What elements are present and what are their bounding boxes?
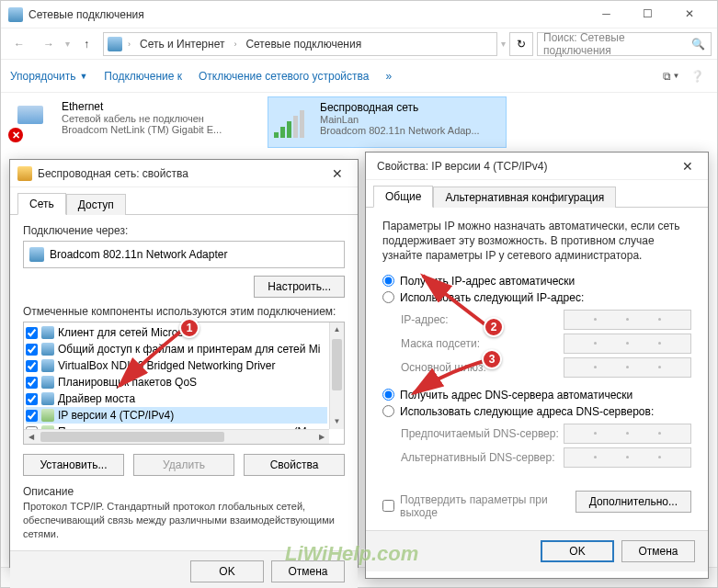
adapter-display: Broadcom 802.11n Network Adapter [23, 241, 345, 268]
scroll-left-icon[interactable]: ◀ [24, 430, 39, 444]
cancel-button[interactable]: Отмена [621, 540, 695, 562]
confirm-on-exit-checkbox[interactable]: Подтвердить параметры при выходе [382, 493, 576, 519]
history-dropdown-icon[interactable]: ▾ [65, 39, 70, 49]
search-input[interactable]: Поиск: Сетевые подключения 🔍 [537, 32, 712, 56]
description-text: Протокол TCP/IP. Стандартный протокол гл… [23, 500, 345, 541]
component-label: Клиент для сетей Microsoft [58, 326, 196, 339]
radio-ip-auto[interactable]: Получить IP-адрес автоматически [382, 275, 691, 288]
address-bar[interactable]: › Сеть и Интернет › Сетевые подключения [103, 32, 497, 56]
radio-dns-auto-input[interactable] [382, 389, 394, 401]
ip-address-label: IP-адрес: [401, 313, 564, 326]
ip-manual-group: IP-адрес: Маска подсети: Основной шлюз: [401, 308, 691, 379]
client-icon [41, 392, 54, 405]
connection-name: Ethernet [62, 100, 222, 113]
help-button[interactable]: ❔ [686, 65, 708, 87]
properties-button[interactable]: Свойства [244, 454, 345, 476]
component-checkbox[interactable] [26, 393, 38, 405]
organize-menu[interactable]: Упорядочить▼ [10, 70, 87, 83]
connection-wifi[interactable]: Беспроводная сеть MainLan Broadcom 802.1… [268, 96, 507, 148]
search-placeholder: Поиск: Сетевые подключения [543, 31, 686, 57]
tab-alt-config[interactable]: Альтернативная конфигурация [433, 187, 616, 208]
dialog-titlebar: Свойства: IP версии 4 (TCP/IPv4) ✕ [366, 153, 708, 180]
annotation-badge-3: 3 [482, 349, 502, 369]
list-item[interactable]: VirtualBox NDIS6 Bridged Networking Driv… [26, 357, 327, 374]
scroll-down-icon[interactable]: ▼ [330, 414, 344, 429]
scroll-thumb[interactable] [332, 339, 342, 390]
list-item[interactable]: Клиент для сетей Microsoft [26, 324, 327, 341]
scroll-right-icon[interactable]: ▶ [314, 430, 329, 444]
radio-dns-manual-input[interactable] [382, 405, 394, 417]
component-checkbox[interactable] [26, 377, 38, 389]
adapter-properties-dialog: Беспроводная сеть: свойства ✕ Сеть Досту… [9, 159, 359, 568]
list-item[interactable]: Драйвер моста [26, 390, 327, 407]
command-bar: Упорядочить▼ Подключение к Отключение се… [1, 60, 717, 93]
tab-access[interactable]: Доступ [66, 194, 126, 215]
install-button[interactable]: Установить... [23, 454, 124, 476]
back-button[interactable]: ← [6, 31, 32, 57]
address-dropdown-icon[interactable]: ▾ [501, 39, 506, 49]
view-options-button[interactable]: ⧉▼ [660, 65, 682, 87]
description-group: Описание Протокол TCP/IP. Стандартный пр… [23, 485, 345, 541]
close-button[interactable]: ✕ [675, 159, 701, 174]
breadcrumb-current[interactable]: Сетевые подключения [242, 36, 365, 52]
close-button[interactable]: ✕ [668, 1, 710, 28]
window-title: Сетевые подключения [28, 8, 586, 21]
tab-network[interactable]: Сеть [17, 193, 66, 215]
components-listbox[interactable]: Клиент для сетей MicrosoftОбщий доступ к… [23, 322, 345, 445]
scroll-thumb[interactable] [40, 432, 224, 442]
dns-manual-group: Предпочитаемый DNS-сервер: Альтернативны… [401, 422, 691, 469]
minimize-button[interactable]: ─ [586, 1, 627, 28]
radio-dns-auto[interactable]: Получить адрес DNS-сервера автоматически [382, 389, 691, 401]
component-checkbox[interactable] [26, 344, 38, 356]
radio-dns-manual[interactable]: Использовать следующие адреса DNS-сервер… [382, 405, 691, 418]
dialog-title: Свойства: IP версии 4 (TCP/IPv4) [373, 160, 675, 173]
component-label: Драйвер моста [58, 392, 135, 405]
connection-adapter: Broadcom NetLink (TM) Gigabit E... [62, 124, 222, 135]
radio-ip-auto-input[interactable] [382, 275, 394, 287]
advanced-button[interactable]: Дополнительно... [576, 491, 691, 513]
ok-button[interactable]: OK [541, 540, 614, 562]
tab-general[interactable]: Общие [373, 186, 433, 208]
component-label: VirtualBox NDIS6 Bridged Networking Driv… [58, 359, 276, 372]
list-item[interactable]: Общий доступ к файлам и принтерам для се… [26, 341, 327, 357]
component-label: Планировщик пакетов QoS [58, 376, 197, 389]
component-checkbox[interactable] [26, 360, 38, 372]
scroll-up-icon[interactable]: ▲ [330, 322, 344, 337]
connect-to-button[interactable]: Подключение к [104, 70, 182, 83]
component-checkbox[interactable] [26, 410, 38, 422]
configure-button[interactable]: Настроить... [254, 276, 345, 298]
watermark: LiWiHelp.com [285, 542, 418, 566]
component-checkbox[interactable] [26, 327, 38, 339]
close-button[interactable]: ✕ [325, 166, 350, 181]
breadcrumb-parent[interactable]: Сеть и Интернет [136, 36, 228, 52]
connect-via-label: Подключение через: [23, 224, 345, 237]
dns-pref-label: Предпочитаемый DNS-сервер: [401, 427, 564, 440]
chevron-down-icon: ▼ [79, 72, 87, 81]
connection-status: MainLan [320, 114, 480, 125]
radio-ip-manual[interactable]: Использовать следующий IP-адрес: [382, 291, 691, 304]
list-item[interactable]: Планировщик пакетов QoS [26, 374, 327, 390]
connection-ethernet[interactable]: ✕ Ethernet Сетевой кабель не подключен B… [10, 96, 249, 148]
list-item[interactable]: IP версии 4 (TCP/IPv4) [26, 407, 327, 424]
vertical-scrollbar[interactable]: ▲ ▼ [329, 322, 344, 429]
client-icon [41, 359, 54, 372]
up-button[interactable]: ↑ [74, 31, 99, 57]
dialog-tabs: Сеть Доступ [10, 187, 358, 215]
forward-button[interactable]: → [36, 31, 62, 57]
protocol-icon [41, 409, 54, 422]
adapter-name: Broadcom 802.11n Network Adapter [50, 248, 227, 261]
ok-button[interactable]: OK [190, 560, 264, 582]
dialog-title: Беспроводная сеть: свойства [38, 167, 325, 180]
refresh-button[interactable]: ↻ [509, 32, 533, 56]
dns-pref-field [564, 424, 691, 444]
radio-ip-manual-input[interactable] [382, 291, 394, 303]
connection-adapter: Broadcom 802.11n Network Adap... [320, 125, 480, 136]
chevron-right-icon: › [234, 40, 236, 49]
horizontal-scrollbar[interactable]: ◀ ▶ [24, 429, 329, 444]
titlebar: Сетевые подключения ─ ☐ ✕ [1, 1, 717, 28]
dialog-body: Параметры IP можно назначать автоматичес… [366, 208, 708, 530]
maximize-button[interactable]: ☐ [627, 1, 668, 28]
overflow-button[interactable]: » [385, 70, 392, 83]
disable-device-button[interactable]: Отключение сетевого устройства [199, 70, 369, 83]
client-icon [41, 326, 54, 339]
